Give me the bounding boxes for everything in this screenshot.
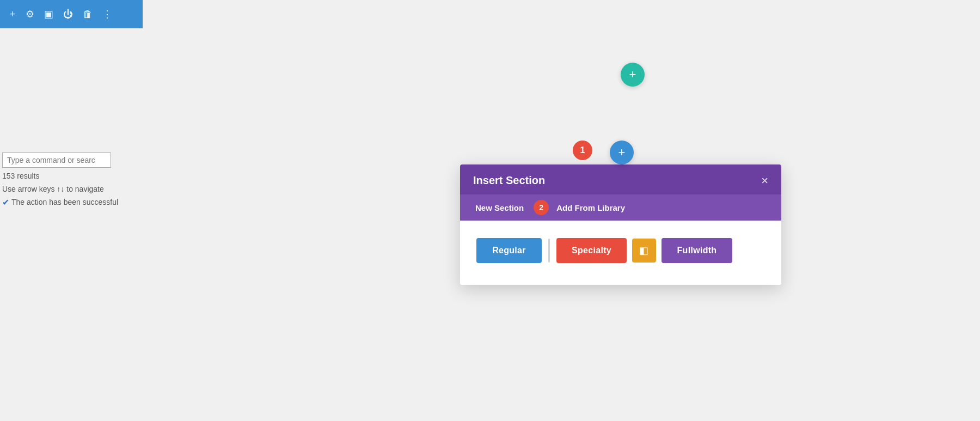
power-icon[interactable]: ⏻ — [63, 9, 73, 20]
success-text: The action has been successful — [11, 198, 118, 206]
plus-icon[interactable]: + — [10, 9, 16, 20]
specialty-button[interactable]: Specialty — [556, 238, 627, 263]
left-panel: 153 results Use arrow keys ↑↓ to navigat… — [0, 152, 174, 208]
plus-icon-top: + — [629, 69, 636, 81]
specialty-icon: ◧ — [639, 245, 648, 257]
tab-new-section[interactable]: New Section — [473, 194, 526, 221]
layers-icon[interactable]: ▣ — [44, 8, 53, 20]
nav-hint: Use arrow keys ↑↓ to navigate — [2, 183, 174, 196]
success-message: ✔ The action has been successful — [2, 197, 174, 208]
plus-icon-mid: + — [618, 147, 626, 158]
modal-title: Insert Section — [473, 174, 545, 187]
modal-header: Insert Section × — [460, 164, 781, 194]
separator — [548, 239, 550, 263]
gear-icon[interactable]: ⚙ — [26, 8, 34, 20]
checkmark-icon: ✔ — [2, 197, 9, 208]
regular-button[interactable]: Regular — [476, 238, 542, 263]
modal-tabs: New Section 2 Add From Library — [460, 194, 781, 221]
trash-icon[interactable]: 🗑 — [83, 9, 93, 20]
results-count: 153 results — [2, 170, 174, 183]
add-section-mid-button[interactable]: + — [610, 141, 634, 164]
toolbar: + ⚙ ▣ ⏻ 🗑 ⋮ — [0, 0, 143, 28]
fullwidth-button[interactable]: Fullwidth — [661, 238, 732, 263]
step-badge-1: 1 — [573, 141, 592, 160]
search-input[interactable] — [2, 152, 111, 168]
step-badge-2: 2 — [534, 200, 549, 215]
specialty-icon-button[interactable]: ◧ — [632, 239, 656, 263]
add-section-top-button[interactable]: + — [621, 63, 645, 87]
more-icon[interactable]: ⋮ — [102, 8, 112, 20]
tab-add-from-library[interactable]: Add From Library — [554, 194, 627, 221]
close-button[interactable]: × — [761, 175, 768, 187]
modal-body: Regular Specialty ◧ Fullwidth — [460, 221, 781, 285]
insert-section-modal: Insert Section × New Section 2 Add From … — [460, 164, 781, 285]
